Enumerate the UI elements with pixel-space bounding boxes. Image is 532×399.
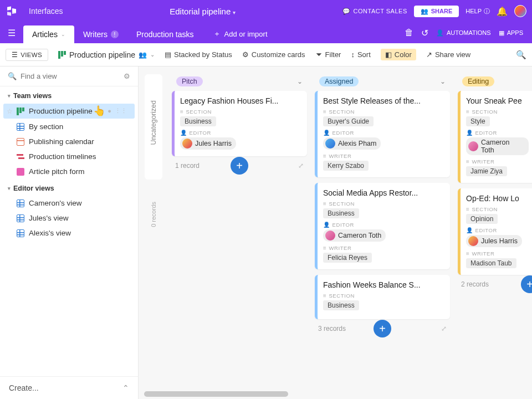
drag-icon[interactable]: ⋮⋮ xyxy=(115,108,127,115)
sidebar-item-by-section[interactable]: By section xyxy=(0,119,138,134)
uncategorized-collapsed[interactable]: Uncategorized xyxy=(145,74,162,180)
grid-icon xyxy=(17,214,24,222)
column-pill[interactable]: Pitch xyxy=(176,76,203,86)
avatar-icon xyxy=(182,139,192,149)
share-button[interactable]: 👥SHARE xyxy=(414,6,459,17)
sidebar-item-article-pitch-form[interactable]: Article pitch form xyxy=(0,164,138,179)
record-count: 3 records xyxy=(318,325,346,332)
column-pill[interactable]: Editing xyxy=(462,76,494,86)
create-view-button[interactable]: Create...⌃ xyxy=(0,376,138,399)
sidebar-item-camerons-view[interactable]: Cameron's view xyxy=(0,196,138,211)
sidebar-icon: ☰ xyxy=(12,51,18,59)
person-icon: 👤 xyxy=(180,130,187,136)
share-view-button[interactable]: ↗Share view xyxy=(426,50,470,59)
automations-button[interactable]: 👤AUTOMATIONS xyxy=(436,29,491,37)
tab-production-tasks[interactable]: Production tasks xyxy=(127,25,203,43)
text-icon: ≡ xyxy=(466,206,469,212)
kanban-board[interactable]: Uncategorized 0 records Pitch⌄ Legacy Fa… xyxy=(139,66,532,399)
main-area: 🔍 ⚙ ▾Team views ☆ Production pipeline ●⋮… xyxy=(0,66,532,399)
sidebar-item-alexis-view[interactable]: Alexis's view xyxy=(0,226,138,241)
column-uncategorized[interactable]: Uncategorized 0 records xyxy=(143,73,164,399)
apps-icon: ▦ xyxy=(499,29,504,37)
chevron-down-icon: ▾ xyxy=(8,93,11,99)
card[interactable]: Fashion Weeks Balance S... ≡SECTION Busi… xyxy=(315,275,450,319)
sidebar-item-production-timelines[interactable]: Production timelines xyxy=(0,149,138,164)
editor-chip: Alexis Pham xyxy=(323,137,381,150)
chevron-down-icon[interactable]: ⌄ xyxy=(297,78,303,85)
card[interactable]: Op-Ed: How Lo ≡SECTION Opinion 👤EDITOR J… xyxy=(458,188,532,275)
uncategorized-label: Uncategorized xyxy=(150,100,157,154)
text-icon: ≡ xyxy=(323,293,326,299)
sidebar-item-jules-view[interactable]: Jules's view xyxy=(0,211,138,226)
search-icon[interactable]: 🔍 xyxy=(516,50,526,60)
base-title-text: Editorial pipeline xyxy=(170,7,231,16)
expand-icon[interactable]: ⤢ xyxy=(298,162,304,170)
star-icon[interactable]: ☆ xyxy=(7,108,13,115)
filter-button[interactable]: ⏷Filter xyxy=(315,50,341,59)
card[interactable]: Your Sneak Pee ≡SECTION Style 👤EDITOR Ca… xyxy=(458,91,532,183)
views-toggle-button[interactable]: ☰VIEWS xyxy=(6,49,48,61)
contact-sales-button[interactable]: 💬CONTACT SALES xyxy=(342,8,407,15)
person-icon: 👤 xyxy=(466,227,473,233)
settings-icon[interactable]: ⚙ xyxy=(124,72,130,80)
card-title: Legacy Fashion Houses Fi... xyxy=(180,96,300,105)
person-icon: 👤 xyxy=(323,130,330,136)
add-record-button[interactable]: + xyxy=(374,320,391,337)
card[interactable]: Best Style Releases of the... ≡SECTION B… xyxy=(315,91,450,177)
text-icon: ≡ xyxy=(323,153,326,159)
expand-icon[interactable]: ⤢ xyxy=(441,325,447,332)
team-views-header[interactable]: ▾Team views xyxy=(0,86,138,103)
customize-cards-button[interactable]: ⚙Customize cards xyxy=(242,50,305,59)
notifications-icon[interactable]: 🔔 xyxy=(497,6,508,17)
grid-icon xyxy=(17,123,24,131)
help-button[interactable]: HELP ⓘ xyxy=(466,7,490,16)
section-tag: Opinion xyxy=(466,214,498,224)
add-or-import-button[interactable]: ＋Add or import xyxy=(208,24,273,43)
card[interactable]: Legacy Fashion Houses Fi... ≡SECTION Bus… xyxy=(172,91,307,156)
avatar-icon xyxy=(325,231,335,241)
apps-button[interactable]: ▦APPS xyxy=(499,29,523,37)
trash-icon[interactable]: 🗑 xyxy=(405,28,413,38)
text-icon: ≡ xyxy=(323,245,326,251)
card-title: Your Sneak Pee xyxy=(466,96,529,105)
base-title[interactable]: Editorial pipeline▾ xyxy=(63,7,342,16)
section-tag: Business xyxy=(180,116,216,126)
interfaces-link[interactable]: Interfaces xyxy=(29,7,63,16)
svg-rect-3 xyxy=(12,10,16,14)
editor-views-header[interactable]: ▾Editor views xyxy=(0,179,138,196)
people-icon: 👥 xyxy=(421,8,428,15)
form-icon xyxy=(17,168,24,176)
column-pill[interactable]: Assigned xyxy=(319,76,359,86)
horizontal-scrollbar[interactable] xyxy=(144,391,288,397)
filter-icon: ⏷ xyxy=(315,50,323,59)
stacked-by-button[interactable]: ▤Stacked by Status xyxy=(165,50,232,59)
user-avatar[interactable] xyxy=(514,5,526,17)
sidebar-item-production-pipeline[interactable]: ☆ Production pipeline ●⋮⋮ 👆 xyxy=(3,104,135,119)
stack-icon: ▤ xyxy=(165,50,171,59)
text-icon: ≡ xyxy=(323,109,326,115)
uncategorized-count: 0 records xyxy=(150,202,157,227)
svg-rect-2 xyxy=(7,12,11,16)
sort-button[interactable]: ↕Sort xyxy=(351,50,370,59)
person-icon: 👤 xyxy=(323,222,330,228)
column-assigned: Assigned⌄ Best Style Releases of the... … xyxy=(315,73,450,399)
card[interactable]: Social Media Apps Restor... ≡SECTION Bus… xyxy=(315,183,450,269)
chevron-down-icon[interactable]: ⌄ xyxy=(440,78,446,85)
editor-chip: Cameron Toth xyxy=(466,137,529,155)
history-icon[interactable]: ↺ xyxy=(421,28,428,38)
menu-icon[interactable]: ☰ xyxy=(6,28,18,38)
add-record-button[interactable]: + xyxy=(521,275,532,293)
app-logo-icon[interactable] xyxy=(6,5,18,17)
column-pitch: Pitch⌄ Legacy Fashion Houses Fi... ≡SECT… xyxy=(172,73,307,399)
dot-icon: ● xyxy=(108,108,111,115)
add-record-button[interactable]: + xyxy=(231,157,248,175)
find-view-input[interactable] xyxy=(21,72,120,80)
chevron-down-icon: ⌄ xyxy=(150,52,155,58)
help-icon: ⓘ xyxy=(484,7,490,16)
tab-writers[interactable]: Writers! xyxy=(74,25,127,43)
sidebar-item-publishing-calendar[interactable]: Publishing calendar xyxy=(0,134,138,149)
color-button[interactable]: ◧Color xyxy=(381,49,416,60)
current-view-name[interactable]: Production pipeline 👥 ⌄ xyxy=(58,50,155,59)
tab-articles[interactable]: Articles⌄ xyxy=(23,25,74,43)
card-title: Social Media Apps Restor... xyxy=(323,188,443,197)
